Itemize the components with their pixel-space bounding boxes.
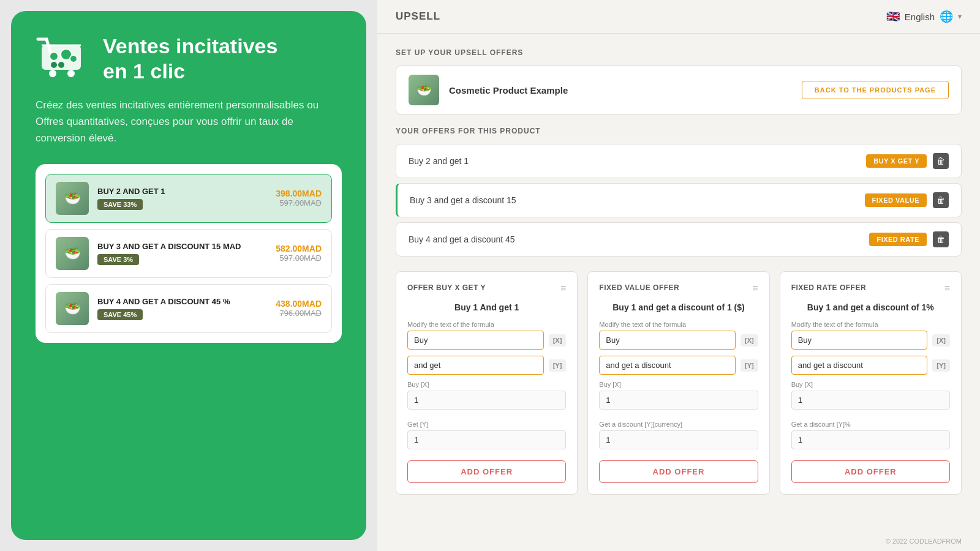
field-label-1: Buy [X] bbox=[791, 381, 950, 388]
field-input-2[interactable] bbox=[599, 430, 758, 449]
card-title: BUY 3 AND GET A DISCOUNT 15 MAD bbox=[97, 242, 267, 251]
card-price-new: 582.00MAD bbox=[276, 244, 322, 253]
offer-row: Buy 4 and get a discount 45 FIXED RATE 🗑 bbox=[396, 222, 962, 257]
card-content: BUY 2 AND GET 1 SAVE 33% bbox=[97, 187, 267, 210]
card-price-new: 398.00MAD bbox=[276, 189, 322, 198]
product-card[interactable]: 🥗 BUY 4 AND GET A DISCOUNT 45 % SAVE 45%… bbox=[45, 284, 332, 333]
card-price-old: 597.00MAD bbox=[279, 253, 322, 263]
panel-header: FIXED RATE OFFER ≡ bbox=[791, 283, 950, 294]
offer-delete-button[interactable]: 🗑 bbox=[933, 231, 949, 247]
product-card[interactable]: 🥗 BUY 2 AND GET 1 SAVE 33% 398.00MAD 597… bbox=[45, 174, 332, 223]
panel-title: FIXED VALUE OFFER bbox=[599, 283, 679, 293]
card-prices: 438.00MAD 796.00MAD bbox=[276, 299, 322, 318]
offer-tag: BUY X GET Y bbox=[866, 154, 927, 168]
menu-icon[interactable]: ≡ bbox=[560, 283, 566, 294]
card-title: BUY 2 AND GET 1 bbox=[97, 187, 267, 196]
product-cards: 🥗 BUY 2 AND GET 1 SAVE 33% 398.00MAD 597… bbox=[36, 164, 342, 343]
card-price-old: 597.00MAD bbox=[279, 198, 322, 208]
footer: © 2022 CODLEADFROM bbox=[377, 531, 980, 551]
svg-point-7 bbox=[51, 62, 57, 68]
field-input-1[interactable] bbox=[599, 391, 758, 410]
app-title: UPSELL bbox=[396, 10, 440, 23]
back-to-products-button[interactable]: BACK TO THE PRODUCTS PAGE bbox=[802, 81, 949, 99]
offer-delete-button[interactable]: 🗑 bbox=[933, 192, 949, 208]
formula-row-2: [Y] bbox=[791, 356, 950, 375]
offer-name: Buy 4 and get a discount 45 bbox=[409, 234, 869, 244]
card-badge: SAVE 33% bbox=[97, 199, 143, 210]
svg-point-8 bbox=[58, 62, 64, 68]
formula-tag-1: [X] bbox=[549, 334, 567, 347]
add-offer-button[interactable]: ADD OFFER bbox=[407, 460, 566, 483]
formula-tag-2: [Y] bbox=[549, 359, 567, 372]
offer-panels: OFFER BUY X GET Y ≡ Buy 1 And get 1 Modi… bbox=[396, 271, 962, 495]
menu-icon[interactable]: ≡ bbox=[944, 283, 950, 294]
svg-point-3 bbox=[67, 70, 75, 77]
panel-formula-title: Buy 1 And get 1 bbox=[407, 302, 566, 312]
offer-row: Buy 3 and get a discount 15 FIXED VALUE … bbox=[396, 183, 962, 217]
add-offer-button[interactable]: ADD OFFER bbox=[599, 460, 758, 483]
left-header: Ventes incitatives en 1 clic bbox=[36, 33, 342, 84]
formula-row-2: [Y] bbox=[599, 356, 758, 375]
card-image: 🥗 bbox=[56, 292, 89, 325]
formula-tag-2: [Y] bbox=[741, 359, 758, 372]
chevron-down-icon[interactable]: ▾ bbox=[958, 12, 962, 21]
svg-point-4 bbox=[50, 52, 58, 61]
offer-name: Buy 2 and get 1 bbox=[409, 156, 866, 166]
formula-tag-1: [X] bbox=[741, 334, 758, 347]
formula-input-1[interactable] bbox=[407, 331, 544, 350]
formula-tag-1: [X] bbox=[932, 334, 950, 347]
field-label-1: Buy [X] bbox=[407, 381, 566, 388]
product-card[interactable]: 🥗 BUY 3 AND GET A DISCOUNT 15 MAD SAVE 3… bbox=[45, 229, 332, 278]
svg-point-6 bbox=[70, 55, 77, 62]
card-price-new: 438.00MAD bbox=[276, 299, 322, 309]
field-label-2: Get [Y] bbox=[407, 421, 566, 428]
svg-point-2 bbox=[49, 70, 56, 77]
field-input-2[interactable] bbox=[407, 430, 566, 449]
offers-label: YOUR OFFERS FOR THIS PRODUCT bbox=[396, 127, 962, 135]
panel-title: OFFER BUY X GET Y bbox=[407, 283, 486, 293]
formula-row-1: [X] bbox=[791, 331, 950, 350]
menu-icon[interactable]: ≡ bbox=[752, 283, 758, 294]
formula-row-1: [X] bbox=[407, 331, 566, 350]
product-name: Cosmetic Product Example bbox=[449, 85, 792, 96]
left-panel: Ventes incitatives en 1 clic Créez des v… bbox=[11, 11, 366, 540]
globe-icon: 🌐 bbox=[940, 10, 953, 23]
card-price-old: 796.00MAD bbox=[279, 309, 322, 318]
field-input-1[interactable] bbox=[407, 391, 566, 410]
formula-input-2[interactable] bbox=[599, 356, 736, 375]
field-input-2[interactable] bbox=[791, 430, 950, 449]
formula-input-2[interactable] bbox=[791, 356, 928, 375]
setup-label: SET UP YOUR UPSELL OFFERS bbox=[396, 48, 962, 57]
add-offer-button[interactable]: ADD OFFER bbox=[791, 460, 950, 483]
card-title: BUY 4 AND GET A DISCOUNT 45 % bbox=[97, 297, 267, 306]
field-input-1[interactable] bbox=[791, 391, 950, 410]
formula-row-1: [X] bbox=[599, 331, 758, 350]
offer-name: Buy 3 and get a discount 15 bbox=[410, 195, 865, 205]
formula-tag-2: [Y] bbox=[932, 359, 950, 372]
card-prices: 398.00MAD 597.00MAD bbox=[276, 189, 322, 208]
formula-input-1[interactable] bbox=[791, 331, 928, 350]
panel-formula-title: Buy 1 and get a discount of 1% bbox=[791, 302, 950, 312]
offer-delete-button[interactable]: 🗑 bbox=[933, 153, 949, 169]
product-thumbnail: 🥗 bbox=[409, 75, 439, 105]
header-right: 🇬🇧 English 🌐 ▾ bbox=[886, 10, 962, 23]
field-label-2: Get a discount [Y]% bbox=[791, 421, 950, 428]
formula-input-2[interactable] bbox=[407, 356, 544, 375]
formula-input-1[interactable] bbox=[599, 331, 736, 350]
formula-row-2: [Y] bbox=[407, 356, 566, 375]
cart-icon bbox=[36, 33, 91, 84]
card-badge: SAVE 3% bbox=[97, 254, 139, 265]
flag-icon: 🇬🇧 bbox=[886, 10, 900, 23]
offer-tag: FIXED RATE bbox=[869, 233, 927, 246]
field-label-1: Buy [X] bbox=[599, 381, 758, 388]
language-label: English bbox=[905, 12, 935, 22]
product-row: 🥗 Cosmetic Product Example BACK TO THE P… bbox=[396, 66, 962, 114]
offer-panel: OFFER BUY X GET Y ≡ Buy 1 And get 1 Modi… bbox=[396, 271, 578, 495]
offer-panel: FIXED VALUE OFFER ≡ Buy 1 and get a disc… bbox=[587, 271, 769, 495]
left-description: Créez des ventes incitatives entièrement… bbox=[36, 97, 342, 147]
formula-label: Modify the text of the formula bbox=[599, 321, 758, 328]
offer-row: Buy 2 and get 1 BUY X GET Y 🗑 bbox=[396, 144, 962, 178]
panel-header: FIXED VALUE OFFER ≡ bbox=[599, 283, 758, 294]
panel-formula-title: Buy 1 and get a discount of 1 ($) bbox=[599, 302, 758, 312]
right-header: UPSELL 🇬🇧 English 🌐 ▾ bbox=[377, 0, 980, 34]
